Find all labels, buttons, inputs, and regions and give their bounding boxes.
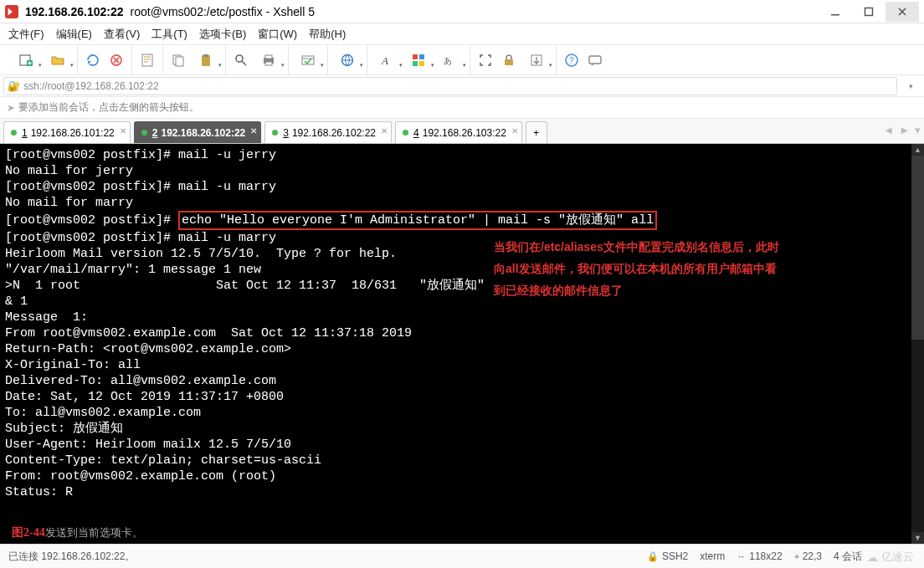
- minimize-button[interactable]: [819, 2, 852, 22]
- svg-text:?: ?: [569, 56, 574, 65]
- lock-icon: 🔐: [8, 80, 20, 92]
- tab-prev-icon[interactable]: ◄: [883, 124, 894, 136]
- terminal-output: [root@vms002 postfix]# mail -u marry Hei…: [5, 231, 485, 499]
- status-dot-icon: [272, 130, 278, 136]
- tab-label: 192.168.26.101:22: [31, 127, 115, 139]
- terminal-output: [root@vms002 postfix]# mail -u jerry No …: [5, 148, 276, 210]
- annotation-text: 当我们在/etc/aliases文件中配置完成别名信息后，此时 向all发送邮件…: [494, 236, 862, 301]
- svg-rect-22: [505, 59, 513, 65]
- status-size: ↔118x22: [737, 550, 782, 562]
- toolbar-find-button[interactable]: [231, 50, 251, 70]
- highlighted-command: echo "Hello everyone I'm Administrator" …: [178, 211, 657, 230]
- toolbar-font-button[interactable]: A▾: [372, 50, 401, 70]
- toolbar-fullscreen-button[interactable]: [475, 50, 495, 70]
- add-tab-button[interactable]: +: [526, 121, 547, 143]
- svg-text:A: A: [381, 54, 388, 67]
- status-sessions: 4 会话: [834, 550, 862, 564]
- svg-rect-9: [203, 54, 208, 57]
- cursor-icon: ⌖: [794, 551, 799, 562]
- tab-nav: ◄ ► ▾: [883, 124, 921, 136]
- annotation-line: 到已经接收的邮件信息了: [494, 279, 862, 301]
- toolbar-color-button[interactable]: ▾: [404, 50, 433, 70]
- toolbar-help-button[interactable]: ?: [562, 50, 582, 70]
- address-input[interactable]: 🔐 ssh://root@192.168.26.102:22: [3, 77, 897, 95]
- menu-file[interactable]: 文件(F): [8, 27, 44, 42]
- svg-rect-12: [265, 55, 272, 59]
- figure-label: 图2-44发送到当前选项卡。: [12, 525, 143, 540]
- tab-next-icon[interactable]: ►: [899, 124, 910, 136]
- toolbar-new-session-button[interactable]: ▾: [12, 50, 40, 70]
- tab-label: 192.168.26.102:22: [292, 127, 376, 139]
- status-protocol: 🔒SSH2: [647, 550, 688, 562]
- tab-close-icon[interactable]: ✕: [250, 126, 257, 136]
- status-dot-icon: [141, 130, 147, 136]
- scroll-down-icon[interactable]: ▼: [911, 532, 924, 544]
- session-tab-2[interactable]: 2 192.168.26.102:22 ✕: [134, 121, 261, 143]
- status-cursor: ⌖22,3: [794, 550, 822, 562]
- toolbar-xftp-button[interactable]: ▾: [294, 50, 322, 70]
- address-text: ssh://root@192.168.26.102:22: [23, 80, 159, 92]
- scrollbar[interactable]: ▲ ▼: [911, 144, 924, 544]
- svg-rect-19: [413, 61, 418, 66]
- menu-window[interactable]: 窗口(W): [258, 27, 297, 42]
- tab-label: 192.168.26.102:22: [161, 127, 245, 139]
- tab-close-icon[interactable]: ✕: [381, 126, 388, 136]
- scroll-up-icon[interactable]: ▲: [911, 144, 924, 156]
- address-bar: 🔐 ssh://root@192.168.26.102:22 ▾: [0, 75, 924, 97]
- svg-rect-18: [419, 54, 424, 59]
- hint-text: 要添加当前会话，点击左侧的箭头按钮。: [18, 100, 199, 115]
- menu-view[interactable]: 查看(V): [104, 27, 140, 42]
- close-button[interactable]: [886, 2, 919, 22]
- session-tab-1[interactable]: 1 192.168.26.101:22 ✕: [3, 121, 131, 143]
- toolbar-disconnect-button[interactable]: [106, 50, 126, 70]
- toolbar-print-button[interactable]: ▾: [254, 50, 283, 70]
- size-icon: ↔: [737, 551, 746, 561]
- toolbar-encoding-button[interactable]: あ▾: [436, 50, 465, 70]
- menu-edit[interactable]: 编辑(E): [56, 27, 92, 42]
- figure-number: 图2-44: [12, 526, 45, 539]
- toolbar-reconnect-button[interactable]: [83, 50, 103, 70]
- toolbar-lock-button[interactable]: [499, 50, 519, 70]
- toolbar-compose-button[interactable]: [585, 50, 605, 70]
- hint-arrow-icon[interactable]: ➤: [7, 102, 15, 114]
- toolbar-scroll-button[interactable]: ▾: [522, 50, 551, 70]
- svg-point-10: [236, 55, 243, 62]
- svg-rect-0: [831, 14, 839, 16]
- toolbar-paste-button[interactable]: ▾: [192, 50, 220, 70]
- watermark: ☁ 亿速云: [867, 550, 914, 565]
- toolbar-web-button[interactable]: ▾: [333, 50, 362, 70]
- svg-rect-26: [589, 56, 601, 64]
- status-dot-icon: [403, 130, 408, 136]
- session-tab-3[interactable]: 3 192.168.26.102:22 ✕: [264, 121, 392, 143]
- tab-close-icon[interactable]: ✕: [120, 126, 126, 136]
- status-connection: 已连接 192.168.26.102:22。: [8, 550, 135, 564]
- terminal-area: [root@vms002 postfix]# mail -u jerry No …: [0, 144, 924, 544]
- tab-list-icon[interactable]: ▾: [915, 124, 921, 136]
- maximize-button[interactable]: [852, 2, 886, 22]
- watermark-text: 亿速云: [881, 550, 914, 565]
- terminal[interactable]: [root@vms002 postfix]# mail -u jerry No …: [0, 144, 911, 544]
- toolbar: ▾ ▾ ▾ ▾ ▾ ▾ A▾ ▾ あ▾ ▾ ?: [0, 45, 924, 75]
- toolbar-copy-button[interactable]: [168, 50, 188, 70]
- tab-close-icon[interactable]: ✕: [511, 126, 518, 136]
- tab-number: 1: [22, 127, 28, 139]
- menu-help[interactable]: 帮助(H): [309, 27, 346, 42]
- svg-rect-1: [865, 8, 873, 15]
- tab-number: 4: [413, 127, 419, 139]
- titlebar: 192.168.26.102:22 root@vms002:/etc/postf…: [0, 0, 924, 23]
- scroll-thumb[interactable]: [911, 156, 924, 340]
- toolbar-open-button[interactable]: ▾: [44, 50, 72, 70]
- svg-text:あ: あ: [444, 56, 452, 65]
- session-tab-4[interactable]: 4 192.168.26.103:22 ✕: [395, 121, 522, 143]
- menu-tools[interactable]: 工具(T): [151, 27, 187, 42]
- svg-rect-13: [265, 62, 272, 65]
- terminal-prompt: [root@vms002 postfix]#: [5, 213, 178, 228]
- toolbar-properties-button[interactable]: [137, 50, 157, 70]
- status-dot-icon: [11, 130, 17, 136]
- cloud-icon: ☁: [867, 551, 878, 564]
- tab-bar: 1 192.168.26.101:22 ✕ 2 192.168.26.102:2…: [0, 119, 924, 144]
- svg-rect-20: [419, 61, 424, 66]
- address-dropdown-button[interactable]: ▾: [901, 76, 921, 96]
- menu-tab[interactable]: 选项卡(B): [199, 27, 246, 42]
- title-host: 192.168.26.102:22: [25, 5, 124, 18]
